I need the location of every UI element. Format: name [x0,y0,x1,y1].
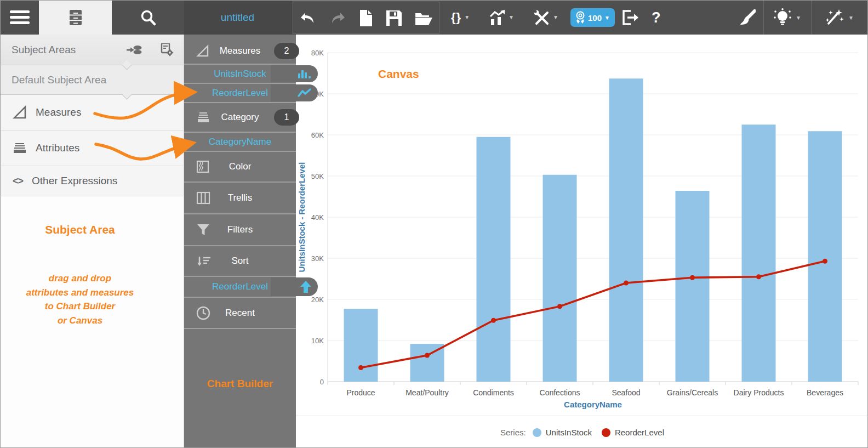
builder-row-category[interactable]: Category 1 [184,103,296,133]
builder-row-recent[interactable]: Recent [184,298,296,329]
save-button[interactable] [383,2,405,33]
subject-areas-title: Subject Areas [12,44,76,56]
subject-areas-header[interactable]: Subject Areas [1,35,184,65]
y-axis-title: UnitsInStock - ReorderLevel [297,162,306,273]
help-button[interactable]: ? [648,1,664,35]
visualization-type-button[interactable]: ▼ [486,2,517,33]
undo-icon [300,11,316,25]
subject-area-annotation-title: Subject Area [1,223,159,236]
sort-direction-pill[interactable] [271,277,318,296]
file-actions-group [293,2,439,34]
line-point-Dairy Products[interactable] [756,274,761,279]
subject-item-measures[interactable]: Measures [1,95,184,131]
toolbar: untitled [1,1,868,35]
clock-icon [196,306,210,320]
quality-score-value: 100 [588,13,602,22]
search-icon [140,9,156,26]
filters-drop-label: Filters [227,224,253,235]
line-point-Confections[interactable] [557,304,562,309]
document-title[interactable]: untitled [184,1,292,35]
export-button[interactable] [619,1,642,35]
auto-create-button[interactable]: ▼ [810,1,868,35]
save-icon [386,10,402,26]
bar-chart-icon [298,69,312,80]
subject-item-other-expressions[interactable]: <> Other Expressions [1,166,184,196]
measures-ruler-icon [13,105,27,120]
subject-areas-panel: Subject Areas [1,35,184,448]
redo-button[interactable] [326,2,349,33]
new-document-icon [359,10,373,26]
builder-row-measures[interactable]: Measures 2 [184,38,296,65]
chart-type-icon [489,10,506,25]
quality-score-button[interactable]: 100 ▼ [570,8,615,27]
x-axis-title: CategoryName [564,400,622,409]
export-icon [622,10,638,25]
builder-row-sort[interactable]: Sort [184,246,296,277]
new-document-button[interactable] [356,2,376,33]
builder-row-trellis[interactable]: Trellis [184,183,296,214]
legend-series-name: UnitsInStock [546,428,592,437]
search-button[interactable] [112,1,185,35]
y-tick-label: 50K [311,172,324,180]
trellis-icon [196,191,210,205]
attributes-label: Attributes [36,142,79,154]
bar-Grains/Cereals[interactable] [676,191,710,382]
y-tick-label: 20K [311,296,324,304]
legend-item-ReorderLevel[interactable]: ReorderLevel [602,428,664,437]
unitsinstock-type-pill[interactable] [271,65,318,82]
builder-field-categoryname[interactable]: CategoryName [184,133,296,152]
line-point-Meat/Poultry[interactable] [425,353,430,358]
hamburger-menu-button[interactable] [1,1,39,35]
hamburger-icon [10,10,30,25]
chart-legend: Series: UnitsInStockReorderLevel [296,416,868,448]
subject-item-attributes[interactable]: Attributes [1,131,184,166]
builder-row-filters[interactable]: Filters [184,214,296,246]
insights-button[interactable]: ▼ [763,1,812,35]
bar-Dairy Products[interactable] [742,124,776,382]
legend-swatch [602,428,610,437]
legend-items: UnitsInStockReorderLevel [533,428,664,437]
x-category-label: Meat/Poultry [406,388,449,397]
chart-canvas[interactable]: Canvas 010K20K30K40K50K60K70K80KProduceM… [296,35,868,448]
settings-tools-button[interactable]: ▼ [530,2,562,33]
expression-menu-button[interactable]: {} ▼ [448,2,473,33]
unitsinstock-field-label: UnitsInStock [214,69,266,80]
x-category-label: Seafood [612,388,640,397]
y-tick-label: 10K [311,337,324,345]
recent-label: Recent [225,308,255,319]
x-category-label: Grains/Cereals [667,388,718,397]
legend-item-UnitsInStock[interactable]: UnitsInStock [533,428,592,437]
default-subject-area-header[interactable]: Default Subject Area [1,65,184,95]
bar-Confections[interactable] [543,175,577,382]
y-tick-label: 30K [311,254,324,263]
bar-Beverages[interactable] [808,131,842,382]
line-point-Beverages[interactable] [823,259,827,264]
bar-Condiments[interactable] [477,137,511,382]
data-panel-tab[interactable] [39,1,112,35]
default-subject-area-label: Default Subject Area [12,74,106,86]
builder-field-reorderlevel[interactable]: ReorderLevel [184,84,296,103]
line-point-Condiments[interactable] [491,318,496,323]
style-brush-button[interactable] [736,1,759,35]
legend-swatch [533,428,541,437]
subject-area-settings-icon[interactable] [161,43,174,56]
builder-field-unitsinstock[interactable]: UnitsInStock [184,65,296,84]
bar-Produce[interactable] [344,309,378,382]
redo-icon [329,11,346,25]
y-tick-label: 60K [311,131,324,139]
undo-button[interactable] [296,2,319,33]
add-data-source-icon[interactable] [127,44,142,56]
x-category-label: Condiments [473,388,514,397]
line-point-Seafood[interactable] [624,281,629,286]
reorderlevel-type-pill[interactable] [271,84,318,101]
chevron-down-icon: ▼ [553,14,558,20]
line-point-Grains/Cereals[interactable] [690,275,695,280]
line-point-Produce[interactable] [358,365,363,370]
open-button[interactable] [412,2,436,33]
x-category-label: Confections [540,388,580,397]
attributes-layers-icon [196,111,210,123]
attributes-layers-icon [13,141,27,155]
builder-row-color[interactable]: Color [184,152,296,183]
builder-field-sort-reorderlevel[interactable]: ReorderLevel [184,277,296,298]
bar-Seafood[interactable] [609,78,643,382]
